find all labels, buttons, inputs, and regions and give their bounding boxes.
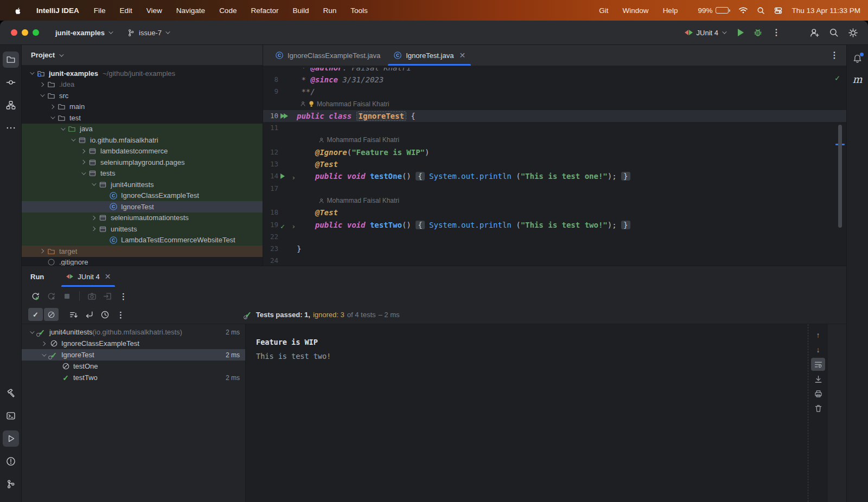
notifications-button[interactable] bbox=[850, 50, 866, 67]
stripe-button-more[interactable] bbox=[3, 120, 19, 136]
test-tree-item-testone[interactable]: testOne bbox=[22, 361, 245, 372]
run-configuration-selector[interactable]: JUnit 4 bbox=[685, 29, 725, 37]
run-test-icon[interactable] bbox=[280, 173, 285, 179]
rerun-failed-button[interactable] bbox=[44, 289, 59, 303]
test-tree-item-junit4unittests[interactable]: ✓junit4unittests (io.github.mfaisalkhatr… bbox=[22, 326, 245, 338]
tree-chevron[interactable] bbox=[38, 353, 49, 357]
tree-chevron[interactable] bbox=[67, 138, 78, 141]
editor-gutter[interactable]: 13 bbox=[263, 158, 297, 170]
menu-item-help[interactable]: Help bbox=[656, 7, 685, 15]
project-tree-item-gitignore[interactable]: .gitignore bbox=[22, 257, 263, 266]
gutter-icons[interactable] bbox=[278, 86, 297, 98]
close-window-button[interactable] bbox=[11, 29, 17, 36]
more-actions-button[interactable]: ⋮ bbox=[772, 28, 781, 37]
editor-gutter[interactable]: 11 bbox=[263, 122, 297, 134]
menu-item-git[interactable]: Git bbox=[592, 7, 615, 15]
project-tree-item-main[interactable]: main bbox=[22, 101, 263, 113]
scroll-end-button[interactable] bbox=[811, 372, 825, 385]
vcs-branch-selector[interactable]: issue-7 bbox=[127, 29, 169, 37]
menubar-app-name[interactable]: IntelliJ IDEA bbox=[29, 7, 87, 15]
menu-item-refactor[interactable]: Refactor bbox=[244, 7, 285, 15]
run-button[interactable] bbox=[738, 29, 744, 36]
zoom-window-button[interactable] bbox=[33, 29, 39, 36]
gutter-icons[interactable] bbox=[278, 158, 297, 170]
tree-chevron[interactable] bbox=[78, 150, 88, 153]
gutter-icons[interactable] bbox=[278, 122, 297, 134]
stripe-button-project-folder[interactable] bbox=[3, 52, 19, 68]
editor-gutter[interactable]: 22 bbox=[263, 231, 297, 243]
menubar-clock[interactable]: Thu 13 Apr 11:33 PM bbox=[792, 7, 860, 15]
editor-options-kebab-icon[interactable]: ⋮ bbox=[830, 51, 839, 60]
editor-gutter[interactable]: 10 bbox=[263, 110, 297, 122]
arrow-up-button[interactable]: ↑ bbox=[811, 329, 825, 342]
tree-chevron[interactable] bbox=[78, 172, 88, 175]
tree-chevron[interactable] bbox=[26, 331, 37, 334]
control-center-icon[interactable] bbox=[774, 7, 783, 15]
editor-tab-ignoretestjava[interactable]: CIgnoreTest.java✕ bbox=[387, 45, 472, 66]
gutter-icons[interactable]: ✓› bbox=[278, 219, 297, 231]
editor-gutter[interactable]: 8 bbox=[263, 74, 297, 86]
gutter-icons[interactable] bbox=[278, 74, 297, 86]
editor-gutter[interactable]: 23 bbox=[263, 243, 297, 255]
inspections-widget-icon[interactable]: ✓ bbox=[835, 72, 840, 84]
stop-button[interactable] bbox=[60, 289, 74, 303]
gutter-icons[interactable] bbox=[278, 183, 297, 195]
wifi-icon[interactable] bbox=[738, 7, 748, 14]
menu-item-view[interactable]: View bbox=[139, 7, 169, 15]
ignored-filter-button[interactable] bbox=[44, 308, 59, 321]
intention-bulb-icon[interactable] bbox=[309, 101, 314, 107]
tree-chevron[interactable] bbox=[47, 116, 57, 119]
tree-chevron[interactable] bbox=[36, 83, 47, 86]
editor-gutter[interactable]: 18 bbox=[263, 207, 297, 218]
printer-button[interactable] bbox=[811, 387, 825, 400]
project-tree-item-unittests[interactable]: unittests bbox=[22, 223, 263, 235]
menu-item-window[interactable]: Window bbox=[616, 7, 656, 15]
code-editor[interactable]: ✓ * @author: Faisal Khatri8 * @since 3/3… bbox=[263, 66, 846, 266]
stripe-button-commit[interactable] bbox=[3, 74, 19, 91]
editor-gutter[interactable]: 19✓› bbox=[263, 219, 297, 231]
stripe-button-terminal[interactable] bbox=[3, 408, 19, 424]
tree-chevron[interactable] bbox=[88, 216, 98, 220]
editor-gutter[interactable]: 24 bbox=[263, 255, 297, 266]
project-tree-item-test[interactable]: test bbox=[22, 112, 263, 124]
tree-chevron[interactable] bbox=[88, 227, 98, 230]
gutter-icons[interactable] bbox=[278, 255, 297, 266]
author-inlay-hint[interactable]: Mohammad Faisal Khatri bbox=[263, 195, 846, 207]
test-tree-item-ignoretest[interactable]: ✓IgnoreTest2 ms bbox=[22, 349, 245, 361]
editor-gutter[interactable] bbox=[263, 68, 297, 74]
author-inlay-hint[interactable]: Mohammad Faisal Khatri bbox=[263, 98, 846, 110]
project-tree-item-ignoreclassexampletest[interactable]: CIgnoreClassExampleTest bbox=[22, 190, 263, 202]
rerun-button[interactable] bbox=[28, 289, 43, 303]
tree-chevron[interactable] bbox=[26, 72, 36, 75]
editor-gutter[interactable]: 17 bbox=[263, 183, 297, 195]
project-tree-item-junitexamples[interactable]: junit-examples~/github/junit-examples bbox=[22, 68, 263, 79]
debug-button[interactable] bbox=[753, 28, 763, 37]
gutter-icons[interactable] bbox=[278, 110, 297, 122]
search-everywhere-button[interactable] bbox=[829, 28, 839, 37]
project-tree-item-junit4unittests[interactable]: junit4unittests bbox=[22, 179, 263, 190]
gutter-icons[interactable] bbox=[278, 68, 297, 74]
kebab-filter-button[interactable]: ⋮ bbox=[113, 308, 128, 321]
stripe-button-run-play[interactable] bbox=[3, 430, 19, 447]
arrow-down-button[interactable]: ↓ bbox=[811, 343, 825, 356]
apple-menu-icon[interactable] bbox=[8, 6, 29, 15]
editor-tab-ignoreclassexampletestjava[interactable]: CIgnoreClassExampleTest.java bbox=[269, 45, 387, 66]
minimize-window-button[interactable] bbox=[22, 29, 28, 36]
author-inlay-hint[interactable]: Mohammad Faisal Khatri bbox=[263, 134, 846, 146]
camera-button[interactable] bbox=[85, 289, 99, 303]
close-tab-icon[interactable]: ✕ bbox=[105, 272, 111, 281]
tree-chevron[interactable] bbox=[38, 342, 49, 345]
import-test-button[interactable] bbox=[100, 289, 115, 303]
stripe-button-build-hammer[interactable] bbox=[3, 385, 19, 401]
settings-button[interactable] bbox=[848, 28, 858, 38]
gutter-icons[interactable]: › bbox=[278, 170, 297, 182]
trash-button[interactable] bbox=[811, 402, 825, 415]
editor-gutter[interactable]: 9 bbox=[263, 86, 297, 98]
menu-item-file[interactable]: File bbox=[87, 7, 113, 15]
add-user-button[interactable] bbox=[809, 28, 820, 38]
menu-item-tools[interactable]: Tools bbox=[343, 7, 375, 15]
project-tree-item-seleniumplaygroundpages[interactable]: seleniumplayground.pages bbox=[22, 157, 263, 168]
test-tree-item-testtwo[interactable]: ✓testTwo2 ms bbox=[22, 372, 245, 383]
gutter-icons[interactable] bbox=[278, 207, 297, 218]
soft-wrap-button[interactable] bbox=[811, 358, 825, 371]
